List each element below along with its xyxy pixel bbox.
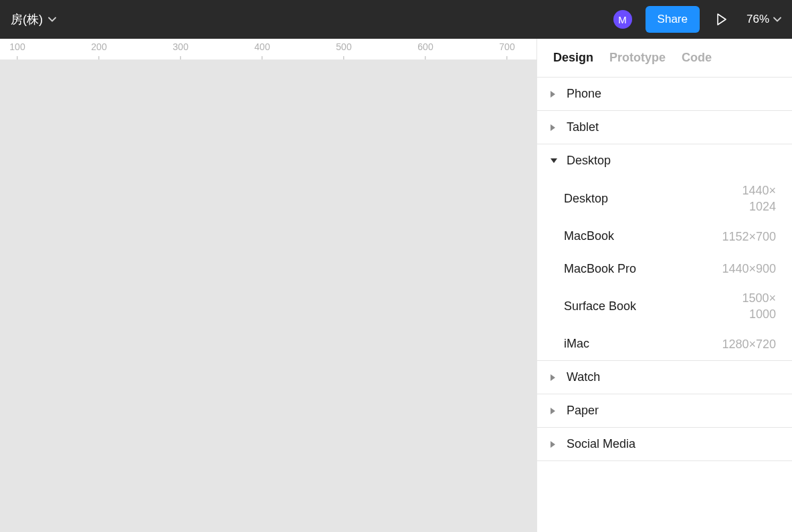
chevron-down-icon <box>773 17 781 22</box>
preset-sublist: Desktop1440×1024MacBook1152×700MacBook P… <box>537 177 792 360</box>
preset-dimensions: 1152×700 <box>722 229 776 245</box>
preset-category: Phone <box>537 78 792 111</box>
ruler-tick-mark <box>425 56 425 60</box>
preset-category-label: Desktop <box>567 154 611 168</box>
ruler-tick-mark <box>343 56 344 60</box>
tab-design[interactable]: Design <box>553 51 593 65</box>
preset-dimensions: 1440×900 <box>722 261 776 277</box>
ruler-tick-label: 600 <box>417 41 433 52</box>
triangle-right-icon <box>551 374 559 381</box>
file-title-dropdown[interactable]: 房(株) <box>11 11 56 27</box>
panel-tabs: Design Prototype Code <box>537 39 792 78</box>
main: 100200300400500600700 Design Prototype C… <box>0 39 792 532</box>
present-button[interactable] <box>714 12 729 27</box>
ruler-tick-mark <box>98 56 99 60</box>
zoom-dropdown[interactable]: 76% <box>747 13 781 26</box>
ruler-tick-label: 300 <box>173 41 188 52</box>
share-button[interactable]: Share <box>646 6 700 33</box>
ruler-tick-mark <box>180 56 181 60</box>
triangle-right-icon <box>551 91 559 98</box>
preset-category-label: Paper <box>567 404 599 418</box>
ruler-tick: 500 <box>336 41 351 60</box>
preset-category-header[interactable]: Desktop <box>537 144 792 177</box>
file-title-text: 房(株) <box>11 11 43 27</box>
preset-item[interactable]: iMac1280×720 <box>537 328 792 360</box>
topbar: 房(株) M Share 76% <box>0 0 792 39</box>
preset-name: iMac <box>564 337 589 351</box>
ruler-tick: 400 <box>254 41 270 60</box>
preset-name: MacBook <box>564 229 614 243</box>
preset-category-header[interactable]: Watch <box>537 361 792 394</box>
preset-category: Watch <box>537 361 792 394</box>
triangle-right-icon <box>551 124 559 131</box>
preset-dimensions: 1440×1024 <box>742 182 776 215</box>
ruler-tick-label: 500 <box>336 41 351 52</box>
preset-item[interactable]: MacBook1152×700 <box>537 221 792 253</box>
preset-category-label: Phone <box>567 87 601 101</box>
ruler-tick-mark <box>506 56 507 60</box>
preset-category-label: Tablet <box>567 120 599 134</box>
play-icon <box>716 13 727 25</box>
preset-category-label: Watch <box>567 370 600 384</box>
preset-dimensions: 1280×720 <box>722 336 776 352</box>
preset-name: Surface Book <box>564 299 636 313</box>
triangle-right-icon <box>551 441 559 448</box>
ruler-tick-label: 100 <box>9 41 25 52</box>
frame-preset-list: PhoneTabletDesktopDesktop1440×1024MacBoo… <box>537 78 792 461</box>
ruler-tick-mark <box>17 56 17 60</box>
preset-category-header[interactable]: Social Media <box>537 428 792 460</box>
canvas[interactable] <box>0 60 536 532</box>
preset-item[interactable]: Surface Book1500×1000 <box>537 285 792 328</box>
ruler-tick-label: 200 <box>91 41 106 52</box>
preset-item[interactable]: Desktop1440×1024 <box>537 177 792 221</box>
canvas-area: 100200300400500600700 <box>0 39 536 532</box>
preset-category-header[interactable]: Tablet <box>537 111 792 144</box>
ruler-tick-label: 700 <box>499 41 514 52</box>
preset-category: Social Media <box>537 428 792 461</box>
right-panel: Design Prototype Code PhoneTabletDesktop… <box>536 39 792 532</box>
ruler-tick: 600 <box>417 41 433 60</box>
triangle-right-icon <box>551 408 559 414</box>
preset-category-header[interactable]: Paper <box>537 394 792 427</box>
triangle-down-icon <box>551 158 559 164</box>
avatar[interactable]: M <box>613 10 632 29</box>
ruler-tick-mark <box>262 56 262 60</box>
ruler-tick: 300 <box>173 41 188 60</box>
ruler-tick: 200 <box>91 41 106 60</box>
horizontal-ruler: 100200300400500600700 <box>0 39 536 60</box>
preset-name: MacBook Pro <box>564 262 636 276</box>
tab-code[interactable]: Code <box>682 51 712 65</box>
preset-category-label: Social Media <box>567 437 635 451</box>
preset-category-header[interactable]: Phone <box>537 78 792 110</box>
chevron-down-icon <box>48 17 56 22</box>
preset-name: Desktop <box>564 192 608 206</box>
preset-item[interactable]: MacBook Pro1440×900 <box>537 253 792 285</box>
preset-dimensions: 1500×1000 <box>742 290 776 323</box>
preset-category: Tablet <box>537 111 792 144</box>
ruler-tick: 700 <box>499 41 514 60</box>
ruler-tick: 100 <box>9 41 25 60</box>
tab-prototype[interactable]: Prototype <box>609 51 666 65</box>
zoom-value: 76% <box>747 13 769 26</box>
avatar-initial: M <box>618 14 627 25</box>
preset-category: Paper <box>537 394 792 428</box>
preset-category: DesktopDesktop1440×1024MacBook1152×700Ma… <box>537 144 792 361</box>
ruler-tick-label: 400 <box>254 41 270 52</box>
